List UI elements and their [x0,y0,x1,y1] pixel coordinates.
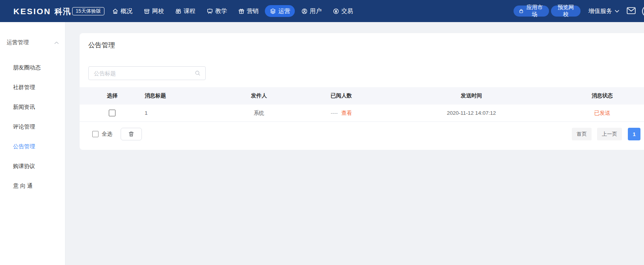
sidebar-item-announcements[interactable]: 公告管理 [0,136,65,156]
topbar: KESION 科汛 15天体验版 概况 网校 课程 教学 [0,0,644,22]
column-header-select: 选择 [80,92,145,99]
sidebar-item-comments[interactable]: 评论管理 [0,117,65,136]
app-logo: KESION 科汛 [13,6,71,17]
announcement-table: 选择 消息标题 发件人 已阅人数 发送时间 消息状态 1 系统 ---- 查看 … [80,87,644,122]
nav-label: 教学 [215,7,227,15]
course-icon [175,8,182,15]
preview-school-label: 预览网校 [556,4,575,18]
marketing-icon [238,8,245,15]
nav-item-online-school[interactable]: 网校 [139,5,169,17]
nav-item-transactions[interactable]: 交易 [328,5,358,17]
sidebar-item-intention[interactable]: 意 向 通 [0,176,65,196]
top-navigation: 概况 网校 课程 教学 营销 [107,5,359,17]
select-all-checkbox[interactable] [92,131,99,137]
nav-item-courses[interactable]: 课程 [170,5,200,17]
preview-school-button[interactable]: 预览网校 [551,6,581,17]
delete-selected-button[interactable] [121,128,142,140]
nav-label: 交易 [341,7,353,15]
value-added-label: 增值服务 [588,7,612,15]
sidebar-item-moments[interactable]: 朋友圈动态 [0,58,65,77]
column-header-status: 消息状态 [560,92,644,99]
app-market-button[interactable]: 应用市场 [514,6,549,17]
cell-read-count: ---- [331,110,338,116]
nav-item-operations[interactable]: 运营 [265,5,295,17]
pagination-first-page-button[interactable]: 首页 [572,128,592,140]
nav-label: 网校 [152,7,164,15]
home-icon [112,8,119,15]
cell-message-title: 1 [145,110,218,116]
teaching-icon [207,8,213,15]
avatar[interactable] [642,6,644,17]
sidebar-menu: 朋友圈动态 社群管理 新闻资讯 评论管理 公告管理 购课协议 意 向 通 [0,58,65,196]
search-box [88,66,206,80]
app-market-bag-icon [519,9,524,14]
column-header-sender: 发件人 [218,92,300,99]
cell-send-time: 2020-11-12 14:07:12 [382,110,560,116]
table-row: 1 系统 ---- 查看 2020-11-12 14:07:12 已发送 [80,105,644,122]
select-all-label: 全选 [102,131,112,138]
trial-version-badge: 15天体验版 [72,7,104,15]
row-checkbox[interactable] [109,110,115,116]
logo-text-cn: 科汛 [55,6,71,17]
nav-item-overview[interactable]: 概况 [107,5,137,17]
pagination-prev-page-button[interactable]: 上一页 [597,128,622,140]
table-header-row: 选择 消息标题 发件人 已阅人数 发送时间 消息状态 [80,87,644,105]
value-added-services-menu[interactable]: 增值服务 [588,7,619,15]
sidebar: 运营管理 朋友圈动态 社群管理 新闻资讯 评论管理 公告管理 购课协议 意 向 … [0,22,65,265]
status-badge: 已发送 [594,110,610,116]
sidebar-item-community[interactable]: 社群管理 [0,77,65,97]
column-header-send-time: 发送时间 [382,92,560,99]
search-input[interactable] [89,67,195,80]
pagination-current-page[interactable]: 1 [628,128,640,140]
nav-item-users[interactable]: 用户 [296,5,326,17]
column-header-read-count: 已阅人数 [300,92,382,99]
sidebar-group-label: 运营管理 [7,39,29,46]
nav-item-teaching[interactable]: 教学 [202,5,232,17]
view-link[interactable]: 查看 [341,110,352,117]
page-title: 公告管理 [88,41,115,50]
nav-label: 概况 [121,7,132,15]
app-market-label: 应用市场 [525,4,544,18]
operations-icon [270,8,276,15]
announcement-management-card: 公告管理 选择 消息标题 发件人 已阅人数 发送时间 消息状态 1 系统 ---… [80,33,644,150]
nav-item-marketing[interactable]: 营销 [233,5,263,17]
nav-label: 运营 [278,7,290,15]
sidebar-item-news[interactable]: 新闻资讯 [0,97,65,117]
users-icon [301,8,308,15]
nav-label: 课程 [184,7,195,15]
search-icon[interactable] [195,70,201,76]
trash-icon [128,131,134,137]
nav-label: 用户 [310,7,322,15]
table-footer: 全选 首页 上一页 1 [80,128,644,140]
sidebar-group-operations-management[interactable]: 运营管理 [7,39,59,46]
sidebar-item-purchase-agreement[interactable]: 购课协议 [0,156,65,176]
mail-icon[interactable] [627,7,636,15]
chevron-down-icon [615,10,619,13]
cell-sender: 系统 [218,110,300,117]
chevron-up-icon [54,41,59,44]
logo-text-en: KESION [13,7,51,16]
nav-label: 营销 [247,7,259,15]
transactions-icon [333,8,339,15]
school-icon [143,8,150,15]
column-header-title: 消息标题 [145,92,218,99]
